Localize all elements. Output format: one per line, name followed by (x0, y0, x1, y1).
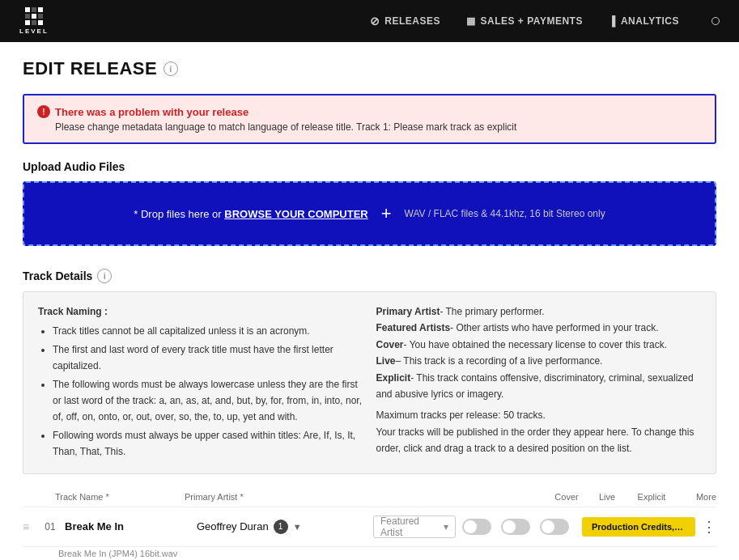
error-icon: ! (37, 105, 50, 118)
error-title: ! There was a problem with your release (37, 105, 702, 118)
track-details-title: Track Details i (23, 269, 716, 283)
logo-cell (38, 14, 43, 19)
logo-cell (25, 20, 30, 25)
naming-rule: Track titles cannot be all capitalized u… (53, 323, 363, 339)
production-credits-button[interactable]: Production Credits, ISRC... (582, 517, 695, 537)
upload-section-title: Upload Audio Files (23, 160, 716, 173)
error-banner: ! There was a problem with your release … (23, 94, 716, 144)
col-header-more: More (676, 492, 716, 502)
track-info-box: Track Naming : Track titles cannot be al… (23, 291, 716, 474)
user-icon[interactable] (711, 17, 720, 25)
chevron-down-icon: ▾ (444, 521, 448, 532)
track-details-info-icon[interactable]: i (97, 269, 112, 283)
plus-icon: + (381, 205, 392, 223)
field-def: Cover- You have obtained the necessary l… (376, 337, 702, 353)
drop-spec: WAV / FLAC files & 44.1khz, 16 bit Stere… (405, 208, 605, 219)
order-note: Your tracks will be published in the ord… (376, 424, 702, 457)
page-info-icon[interactable]: i (164, 62, 178, 76)
artist-count-badge: 1 (274, 520, 288, 534)
field-def: Primary Artist- The primary performer. (376, 303, 702, 320)
logo-grid (25, 7, 43, 25)
bar-chart-icon: ▐ (609, 15, 616, 27)
logo-cell (32, 14, 36, 19)
more-options-icon[interactable]: ⋮ (702, 518, 716, 536)
dropzone[interactable]: * Drop files here or BROWSE YOUR COMPUTE… (23, 181, 716, 246)
col-header-cover: Cover (546, 492, 587, 502)
page-title: EDIT RELEASE (23, 58, 157, 79)
navbar: LEVEL ⊘ RELEASES ▦ SALES + PAYMENTS ▐ AN… (0, 0, 739, 42)
toggle-group (462, 519, 569, 535)
track-table-header: Track Name * Primary Artist * Cover Live… (23, 489, 716, 507)
field-def: Live– This track is a recording of a liv… (376, 353, 702, 369)
featured-artist-col: Featured Artist ▾ (373, 515, 456, 538)
nav-sales[interactable]: ▦ SALES + PAYMENTS (466, 15, 583, 27)
col-header-live: Live (587, 492, 627, 502)
col-header-explicit: Explicit (627, 492, 676, 502)
primary-artist-name: Geoffrey Duran (197, 520, 269, 532)
explicit-toggle[interactable] (540, 519, 569, 535)
naming-rule: Following words must always be upper cas… (53, 427, 363, 460)
logo-cell (38, 20, 43, 25)
track-name-col: Break Me In (65, 520, 190, 532)
grid-icon: ▦ (466, 15, 476, 27)
track-name-value: Break Me In (65, 520, 190, 532)
page-content: EDIT RELEASE i ! There was a problem wit… (0, 42, 739, 560)
col-header-track-name: Track Name * (55, 492, 185, 502)
track-number: 01 (42, 521, 58, 532)
logo-cell (38, 7, 43, 12)
nav-releases[interactable]: ⊘ RELEASES (370, 15, 440, 28)
drop-text: * Drop files here or BROWSE YOUR COMPUTE… (134, 208, 367, 220)
field-defs-col: Primary Artist- The primary performer. F… (376, 303, 702, 462)
logo-cell (32, 20, 36, 25)
naming-title: Track Naming : (38, 306, 108, 317)
logo-cell (32, 7, 36, 12)
logo-cell (25, 7, 30, 12)
naming-rules-col: Track Naming : Track titles cannot be al… (38, 303, 363, 462)
track-filename: Break Me In (JPM4) 16bit.wav (23, 549, 716, 558)
logo-cell (25, 14, 30, 19)
track-row: ≡ 01 Break Me In Geoffrey Duran 1 ▼ Feat… (23, 507, 716, 558)
live-toggle[interactable] (501, 519, 530, 535)
track-row-1: ≡ 01 Break Me In Geoffrey Duran 1 ▼ Feat… (23, 507, 716, 547)
track-actions: Production Credits, ISRC... ⋮ (582, 517, 716, 537)
track-artist-col: Geoffrey Duran 1 ▼ (197, 520, 367, 534)
logo: LEVEL (19, 7, 49, 35)
drag-handle-icon[interactable]: ≡ (23, 520, 36, 533)
nav-analytics[interactable]: ▐ ANALYTICS (609, 15, 679, 27)
cover-toggle[interactable] (462, 519, 491, 535)
field-def: Explicit- This track contains offensive,… (376, 370, 702, 403)
field-def: Featured Artists- Other artists who have… (376, 320, 702, 336)
page-title-row: EDIT RELEASE i (23, 58, 716, 79)
naming-rule: The first and last word of every track t… (53, 342, 363, 375)
browse-link[interactable]: BROWSE YOUR COMPUTER (224, 208, 367, 220)
artist-dropdown-icon[interactable]: ▼ (293, 522, 302, 532)
logo-text: LEVEL (19, 28, 49, 35)
error-description: Please change metadata language to match… (55, 121, 702, 133)
col-header-primary-artist: Primary Artist * (185, 492, 363, 502)
check-circle-icon: ⊘ (370, 15, 380, 28)
naming-rule: The following words must be always lower… (53, 376, 363, 426)
featured-artist-select[interactable]: Featured Artist ▾ (373, 515, 456, 538)
max-tracks-note: Maximum tracks per release: 50 tracks. (376, 407, 702, 423)
